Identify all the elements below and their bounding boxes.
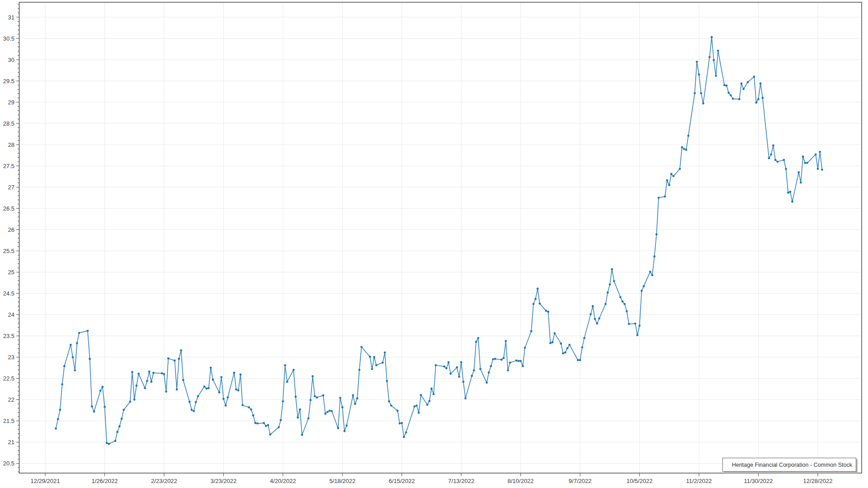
svg-text:30.5: 30.5 xyxy=(3,35,14,42)
svg-text:22: 22 xyxy=(8,396,14,403)
legend[interactable]: Heritage Financial Corporation - Common … xyxy=(722,458,856,472)
svg-text:21.5: 21.5 xyxy=(3,418,14,424)
svg-text:23: 23 xyxy=(8,354,14,361)
svg-text:8/10/2022: 8/10/2022 xyxy=(508,478,534,484)
svg-text:11/2/2022: 11/2/2022 xyxy=(686,478,712,484)
svg-text:26: 26 xyxy=(8,226,14,233)
stock-price-chart: 20.52121.52222.52323.52424.52525.52626.5… xyxy=(0,0,868,488)
legend-series-marker-icon xyxy=(727,462,728,468)
gridlines xyxy=(19,2,862,473)
plot-border xyxy=(19,2,862,473)
svg-text:25.5: 25.5 xyxy=(3,248,14,254)
svg-text:2/23/2022: 2/23/2022 xyxy=(151,478,177,484)
series-line xyxy=(56,37,822,444)
svg-text:24: 24 xyxy=(8,311,14,318)
svg-text:30: 30 xyxy=(8,56,14,63)
x-axis-labels: 12/29/20211/26/20222/23/20223/23/20224/2… xyxy=(30,478,832,484)
svg-text:23.5: 23.5 xyxy=(3,333,14,339)
svg-text:22.5: 22.5 xyxy=(3,375,14,382)
svg-text:6/15/2022: 6/15/2022 xyxy=(389,478,415,484)
svg-text:3/23/2022: 3/23/2022 xyxy=(210,478,236,484)
y-axis-labels: 20.52121.52222.52323.52424.52525.52626.5… xyxy=(3,14,14,467)
x-axis-ticks xyxy=(45,473,818,476)
svg-text:26.5: 26.5 xyxy=(3,205,14,212)
svg-text:24.5: 24.5 xyxy=(3,290,14,297)
svg-text:27: 27 xyxy=(8,184,14,191)
svg-text:31: 31 xyxy=(8,14,14,21)
svg-text:5/18/2022: 5/18/2022 xyxy=(329,478,355,484)
svg-text:10/5/2022: 10/5/2022 xyxy=(627,478,653,484)
legend-series-label: Heritage Financial Corporation - Common … xyxy=(732,462,852,468)
svg-text:29.5: 29.5 xyxy=(3,78,14,84)
svg-text:12/29/2021: 12/29/2021 xyxy=(30,478,60,484)
svg-text:1/26/2022: 1/26/2022 xyxy=(92,478,118,484)
svg-text:28.5: 28.5 xyxy=(3,120,14,127)
svg-text:21: 21 xyxy=(8,439,14,446)
series-markers xyxy=(55,36,823,445)
svg-text:4/20/2022: 4/20/2022 xyxy=(270,478,296,484)
svg-text:12/28/2022: 12/28/2022 xyxy=(803,478,832,484)
svg-text:11/30/2022: 11/30/2022 xyxy=(744,478,773,484)
chart-container: 20.52121.52222.52323.52424.52525.52626.5… xyxy=(0,0,868,488)
y-axis-ticks xyxy=(16,5,19,472)
svg-text:7/13/2022: 7/13/2022 xyxy=(448,478,474,484)
svg-text:27.5: 27.5 xyxy=(3,163,14,169)
svg-text:29: 29 xyxy=(8,99,14,106)
svg-text:25: 25 xyxy=(8,269,14,276)
svg-text:20.5: 20.5 xyxy=(3,460,14,467)
svg-text:28: 28 xyxy=(8,141,14,148)
svg-text:9/7/2022: 9/7/2022 xyxy=(569,478,592,484)
